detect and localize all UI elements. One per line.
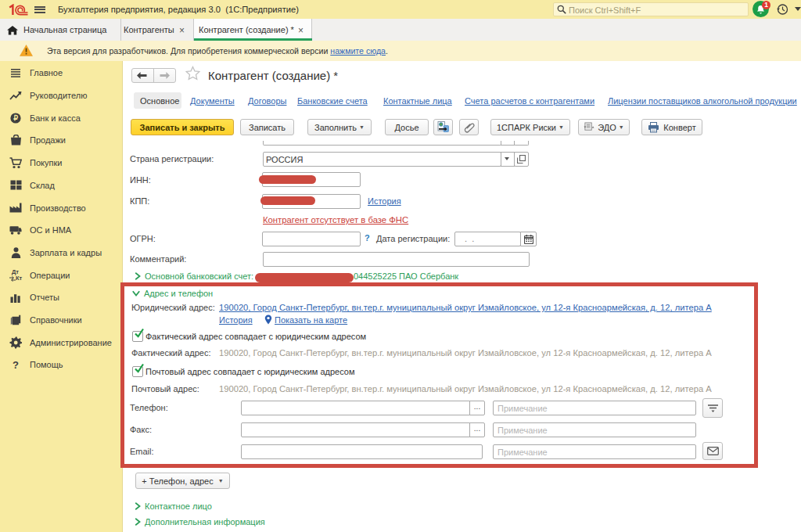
svg-text:₽: ₽ [13,114,18,122]
